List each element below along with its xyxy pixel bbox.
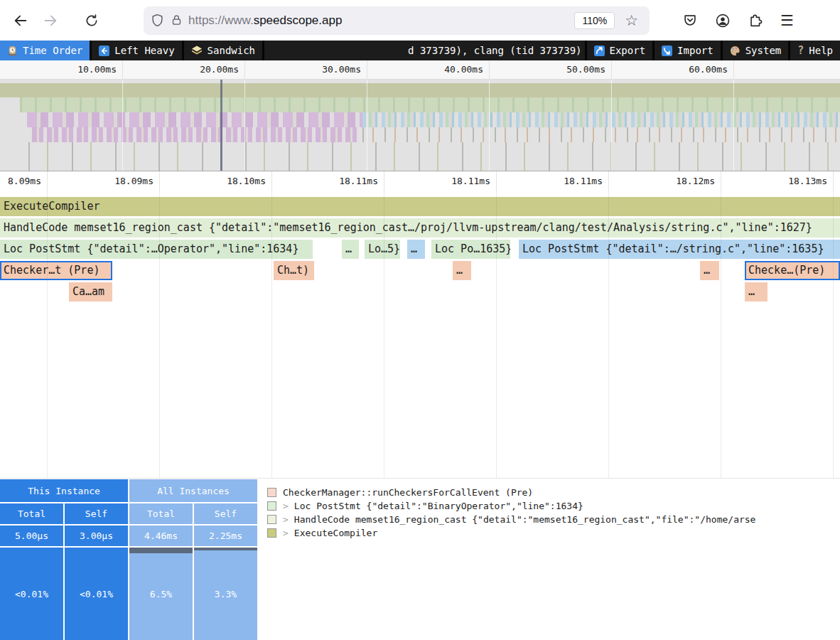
gridline [122,80,123,171]
clock-icon [7,46,18,56]
tab-left-heavy[interactable]: Left Heavy [92,41,181,60]
all-total-label: Total [129,503,193,524]
gridline [384,193,384,478]
gridline [608,193,609,478]
frame-color-swatch [267,515,276,524]
forward-arrow-icon [43,13,58,28]
extensions-puzzle-icon[interactable] [748,13,763,28]
gridline [159,193,160,478]
axis-tick-label: 50.00ms [506,64,605,75]
gridline [721,193,721,478]
minimap-multicolor-band [362,112,840,127]
url-text: https://www.speedscope.app [188,14,342,28]
zoom-level-badge[interactable]: 110% [574,12,615,29]
frame-label: Loc PostStmt {"detail":"BinaryOperator",… [294,501,583,511]
menu-icon[interactable]: ☰ [780,12,794,29]
flame-bar[interactable]: HandleCode memset16_region_cast {"detail… [0,218,840,238]
gridline [271,193,272,478]
this-total-percent: <0.01% [0,548,63,640]
minimap-purple-cluster [27,112,362,127]
stack-frame-row: >ExecuteCompiler [267,526,840,540]
stack-frame-row: >Loc PostStmt {"detail":"BinaryOperator"… [267,499,840,513]
reload-button[interactable] [80,9,104,33]
back-button[interactable] [9,9,33,33]
gridline [244,80,245,171]
minimap-tick-band [362,127,840,142]
shield-icon[interactable] [151,14,164,27]
flame-bar[interactable]: Checker…t (Pre) [0,261,112,280]
profile-title: d 373739), clang (tid 373739) [408,45,581,56]
all-self-percent: 3.3% [194,548,257,640]
tab-time-order[interactable]: Time Order [0,41,90,60]
all-total-value: 4.46ms [129,526,193,546]
minimap-row-handlecode [20,97,840,112]
minimap-time-axis: 10.00ms20.00ms30.00ms40.00ms50.00ms60.00… [0,60,840,80]
left-arrow-icon [99,46,109,56]
system-button[interactable]: System [723,41,789,60]
flamegraph[interactable]: ExecuteCompilerHandleCode memset16_regio… [0,193,840,478]
url-bar[interactable]: https://www.speedscope.app 110% ☆ [144,6,650,35]
this-self-label: Self [65,503,128,524]
flame-bar[interactable]: Ca…am [69,282,112,302]
flame-bar[interactable]: Ch…t) [274,261,314,280]
import-icon [662,46,672,56]
bookmark-star-icon[interactable]: ☆ [625,12,638,29]
flame-bar[interactable]: … [745,282,768,302]
this-self-percent: <0.01% [65,548,128,640]
gridline [489,60,490,79]
axis-tick-label: 10.00ms [17,64,117,75]
axis-tick-label: 40.00ms [384,64,483,75]
flame-bar[interactable]: Loc PostStmt {"detail":…/string.c","line… [519,240,840,259]
percent-fill [194,548,257,550]
stack-frame-row: >HandleCode memset16_region_cast {"detai… [267,513,840,526]
axis-tick-label: 60.00ms [628,64,728,75]
account-icon[interactable] [715,13,731,28]
flame-bar[interactable]: Lo…5} [365,240,400,259]
frame-label: HandleCode memset16_region_cast {"detail… [294,514,756,525]
axis-tick-label: 18.11ms [496,176,603,186]
flame-bar[interactable]: … [453,261,471,280]
tab-sandwich[interactable]: Sandwich [184,41,262,60]
chrome-right-icons: ☰ [682,12,794,29]
all-total-percent: 6.5% [129,548,193,640]
axis-tick-label: 18.11ms [384,176,490,186]
import-button[interactable]: Import [655,41,721,60]
gridline [122,60,123,79]
lock-icon[interactable] [171,14,183,26]
axis-tick-label: 30.00ms [262,64,361,75]
frame-label: ExecuteCompiler [294,528,377,538]
help-button[interactable]: ?Help [790,41,840,60]
view-tabs: Time OrderLeft HeavySandwich [0,41,264,60]
this-total-value: 5.00µs [0,526,63,546]
frame-color-swatch [267,488,276,497]
profile-title-wrap: d 373739), clang (tid 373739) [264,41,584,60]
back-arrow-icon [13,13,28,28]
flame-bar[interactable]: Loc Po…1635} [431,240,510,259]
pocket-icon[interactable] [682,13,698,28]
minimap-viewport-indicator[interactable] [220,80,222,171]
export-button[interactable]: Export [587,41,653,60]
forward-button[interactable] [38,9,63,33]
percent-fill [129,548,193,553]
export-icon [594,46,605,56]
tab-label: Left Heavy [114,45,174,56]
gridline [833,171,834,193]
flame-bar[interactable]: Checke…(Pre) [745,261,840,280]
gridline [367,80,367,171]
this-instance-header: This Instance [0,479,128,502]
frame-color-swatch [267,501,276,511]
chevron-right-icon: > [283,514,289,525]
minimap[interactable] [0,80,840,171]
all-self-label: Self [194,503,257,524]
stack-frame-row: CheckerManager::runCheckersForCallEvent … [267,486,840,499]
action-label: Export [610,45,646,56]
speedscope-toolbar: Time OrderLeft HeavySandwich d 373739), … [0,41,840,60]
axis-tick-label: 18.12ms [608,176,715,186]
flame-bar[interactable]: … [342,240,359,259]
gridline [496,193,497,478]
url-domain: speedscope.app [254,14,343,27]
minimap-row-executecompiler [0,83,840,97]
flame-bar[interactable]: … [700,261,719,280]
flame-bar[interactable]: … [407,240,425,259]
flame-bar[interactable]: ExecuteCompiler [0,197,840,216]
